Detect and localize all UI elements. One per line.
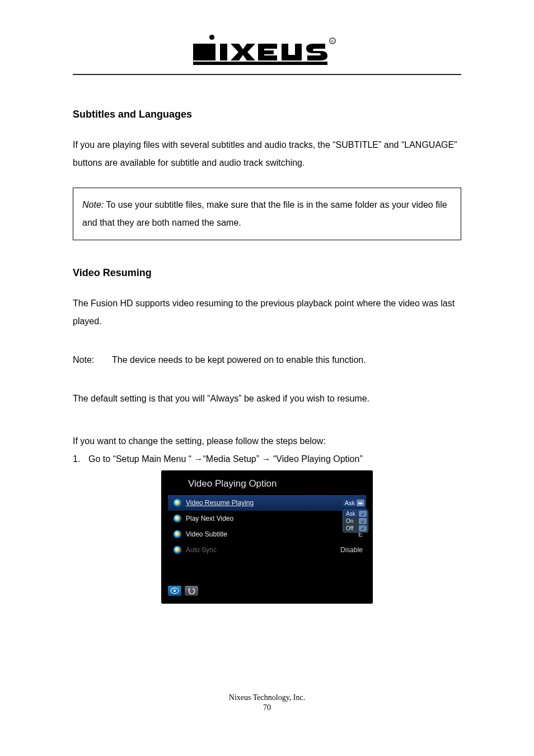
step-text: Go to “Setup Main Menu “ →“Media Setup” … [88, 450, 363, 468]
row-value: Disable [340, 546, 366, 554]
dropdown-option-on[interactable]: On ↲ [343, 517, 368, 525]
svg-rect-12 [193, 62, 327, 65]
row-video-subtitle[interactable]: Video Subtitle E [168, 526, 366, 542]
row-label: Auto Sync [186, 546, 340, 554]
eye-icon[interactable] [168, 586, 181, 596]
heading-subtitles-languages: Subtitles and Languages [73, 109, 461, 120]
chevron-lr-icon: ◂▸ [357, 500, 364, 506]
page: R Subtitles and Languages If you are pla… [0, 0, 534, 756]
steps-intro: If you want to change the setting, pleas… [73, 432, 461, 450]
steps-block: If you want to change the setting, pleas… [73, 432, 461, 468]
footer-page-number: 70 [0, 703, 534, 712]
paragraph-default-setting: The default setting is that you will “Al… [73, 390, 461, 408]
footer-company: Nixeus Technology, Inc. [0, 693, 534, 702]
panel-title: Video Playing Option [161, 470, 373, 495]
svg-rect-1 [193, 44, 200, 60]
note-body: To use your subtitle files, make sure th… [82, 200, 447, 227]
svg-point-0 [209, 35, 214, 40]
resume-dropdown[interactable]: Ask ↲ On ↲ Off ↲ [343, 510, 368, 533]
video-playing-option-panel: Video Playing Option Video Resume Playin… [161, 470, 373, 604]
bullet-icon [174, 546, 181, 554]
svg-rect-3 [208, 48, 216, 60]
heading-video-resuming: Video Resuming [73, 267, 461, 279]
note-line-poweron: Note: The device needs to be kept powere… [73, 355, 461, 365]
opt-label: On [346, 518, 353, 524]
opt-label: Off [346, 525, 353, 531]
enter-icon: ↲ [359, 511, 367, 517]
row-play-next-video[interactable]: Play Next Video E [168, 511, 366, 526]
nixeus-logo-svg: R [183, 34, 351, 65]
enter-icon: ↲ [359, 518, 367, 524]
dropdown-option-off[interactable]: Off ↲ [343, 525, 368, 532]
bullet-icon [174, 515, 181, 522]
row-label: Video Resume Playing [186, 499, 340, 507]
value-pill-ask[interactable]: Ask ◂▸ [342, 499, 366, 507]
svg-text:R: R [331, 40, 334, 43]
page-footer: Nixeus Technology, Inc. 70 [0, 693, 534, 712]
paragraph-subtitles-intro: If you are playing files with several su… [73, 136, 461, 172]
note-value: The device needs to be kept powered on t… [112, 355, 366, 365]
step-number: 1. [73, 450, 88, 468]
note-box-subtitles: Note: To use your subtitle files, make s… [73, 188, 461, 240]
pill-text: Ask [345, 500, 355, 506]
row-label: Play Next Video [186, 515, 358, 522]
dropdown-option-ask[interactable]: Ask ↲ [343, 510, 368, 517]
svg-point-16 [174, 590, 176, 592]
note-key: Note: [73, 355, 112, 365]
panel-list: Video Resume Playing Ask ◂▸ Play Next Vi… [161, 495, 373, 558]
bullet-icon [174, 530, 181, 538]
opt-label: Ask [346, 511, 355, 517]
svg-rect-11 [282, 55, 302, 60]
bullet-icon [174, 499, 181, 507]
step-1: 1. Go to “Setup Main Menu “ →“Media Setu… [73, 450, 461, 468]
svg-rect-4 [220, 44, 227, 60]
note-label: Note: [82, 200, 104, 209]
panel-bottom-icons [161, 558, 373, 596]
enter-icon: ↲ [359, 525, 367, 531]
row-auto-sync: Auto Sync Disable [168, 542, 366, 558]
row-label: Video Subtitle [186, 530, 358, 538]
row-video-resume-playing[interactable]: Video Resume Playing Ask ◂▸ [168, 495, 366, 511]
svg-rect-8 [258, 44, 264, 60]
back-icon[interactable] [185, 586, 198, 596]
brand-logo: R [73, 34, 461, 67]
header-divider [73, 74, 461, 75]
paragraph-resume-intro: The Fusion HD supports video resuming to… [73, 295, 461, 330]
